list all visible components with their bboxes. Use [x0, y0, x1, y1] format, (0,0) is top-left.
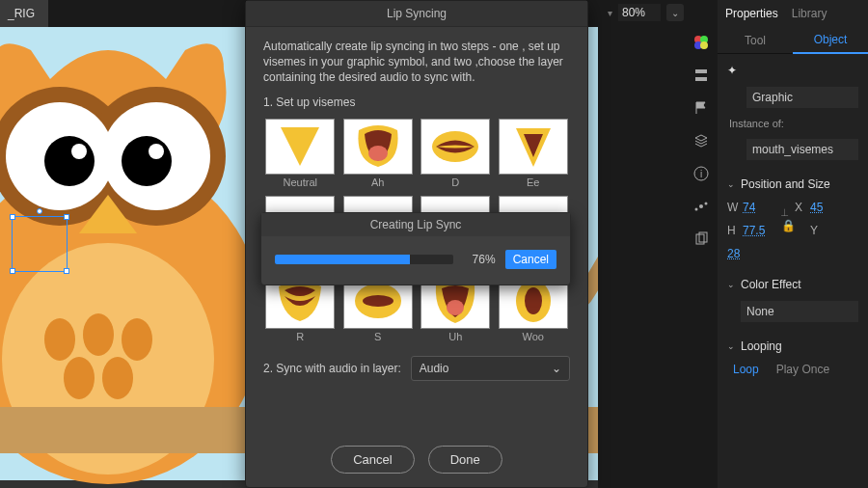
- audio-layer-select[interactable]: Audio ⌄: [411, 356, 570, 381]
- viseme-ee[interactable]: Ee: [497, 119, 571, 192]
- dialog-description: Automatically create lip syncing in two …: [263, 39, 570, 86]
- info-icon[interactable]: i: [692, 164, 711, 183]
- right-toolstrip: i: [685, 0, 718, 488]
- svg-rect-21: [695, 77, 707, 81]
- w-label: W: [727, 201, 743, 214]
- h-label: H: [727, 224, 743, 237]
- instance-name-field[interactable]: mouth_visemes: [746, 139, 858, 160]
- viseme-d[interactable]: D: [419, 119, 493, 192]
- svg-point-31: [432, 131, 478, 162]
- creating-lip-sync-dialog: Creating Lip Sync 76% Cancel: [260, 212, 571, 285]
- atom-icon[interactable]: [692, 197, 711, 216]
- svg-point-7: [122, 136, 172, 186]
- panel-tab-library[interactable]: Library: [792, 7, 827, 20]
- flag-icon[interactable]: [692, 98, 711, 118]
- svg-marker-29: [281, 127, 319, 166]
- svg-point-13: [122, 318, 152, 361]
- svg-point-38: [525, 287, 542, 314]
- viseme-ah[interactable]: Ah: [341, 119, 416, 192]
- svg-point-15: [102, 357, 133, 399]
- y-label: Y: [810, 224, 837, 237]
- viseme-neutral[interactable]: Neutral: [263, 119, 338, 192]
- svg-point-25: [695, 208, 698, 211]
- x-label: X: [795, 201, 810, 214]
- section-color-effect[interactable]: ⌄Color Effect: [727, 278, 858, 291]
- object-type-icon: ✦: [727, 64, 746, 77]
- y-value[interactable]: 28: [727, 247, 743, 260]
- loop-option-loop[interactable]: Loop: [733, 363, 759, 376]
- dialog-cancel-button[interactable]: Cancel: [331, 446, 414, 474]
- lock-aspect-icon[interactable]: ⟂🔒: [781, 205, 795, 232]
- dialog-done-button[interactable]: Done: [428, 446, 502, 474]
- height-value[interactable]: 77.5: [743, 224, 781, 237]
- step2-label: 2. Sync with audio in layer:: [263, 362, 401, 375]
- svg-point-19: [700, 41, 708, 49]
- zoom-level-input[interactable]: 80%: [618, 4, 661, 21]
- layers-icon[interactable]: [692, 131, 711, 150]
- zoom-tick-icon: ▾: [608, 8, 612, 18]
- section-position-size[interactable]: ⌄Position and Size: [727, 177, 858, 191]
- svg-text:i: i: [700, 169, 702, 179]
- svg-point-12: [83, 313, 114, 356]
- svg-point-9: [149, 144, 164, 159]
- width-value[interactable]: 74: [743, 201, 781, 214]
- align-icon[interactable]: [692, 66, 711, 85]
- selection-bounds[interactable]: [12, 216, 68, 272]
- svg-point-8: [71, 144, 87, 159]
- svg-point-30: [368, 146, 388, 161]
- progress-cancel-button[interactable]: Cancel: [505, 250, 556, 269]
- color-effect-select[interactable]: None: [741, 301, 858, 322]
- instance-of-label: Instance of:: [729, 118, 858, 129]
- document-tab[interactable]: _RIG: [0, 0, 48, 27]
- subtab-object[interactable]: Object: [793, 27, 868, 54]
- section-looping[interactable]: ⌄Looping: [727, 339, 858, 353]
- progress-bar: [275, 255, 453, 264]
- panel-tab-properties[interactable]: Properties: [725, 7, 778, 20]
- svg-point-26: [705, 203, 708, 205]
- svg-point-14: [64, 357, 95, 399]
- dialog-title: Lip Syncing: [246, 1, 587, 27]
- zoom-dropdown[interactable]: ⌄: [666, 4, 684, 21]
- svg-point-35: [363, 295, 393, 307]
- svg-point-24: [699, 204, 703, 208]
- swatches-icon[interactable]: [692, 33, 711, 52]
- step1-label: 1. Set up visemes: [263, 95, 570, 109]
- loop-option-play-once[interactable]: Play Once: [776, 363, 829, 376]
- progress-title: Creating Lip Sync: [261, 213, 570, 236]
- progress-percent: 76%: [463, 253, 496, 266]
- svg-point-6: [44, 136, 95, 186]
- chevron-down-icon: ⌄: [552, 362, 561, 375]
- subtab-tool[interactable]: Tool: [718, 27, 793, 53]
- document-tab-label: _RIG: [8, 7, 35, 20]
- svg-point-11: [44, 318, 75, 361]
- properties-panel: Properties Library Tool Object ✦ Graphic…: [718, 0, 868, 488]
- symbol-type-select[interactable]: Graphic: [746, 87, 858, 108]
- x-value[interactable]: 45: [810, 201, 837, 214]
- svg-rect-20: [695, 69, 707, 73]
- svg-point-36: [447, 300, 464, 315]
- copy-icon[interactable]: [692, 230, 711, 249]
